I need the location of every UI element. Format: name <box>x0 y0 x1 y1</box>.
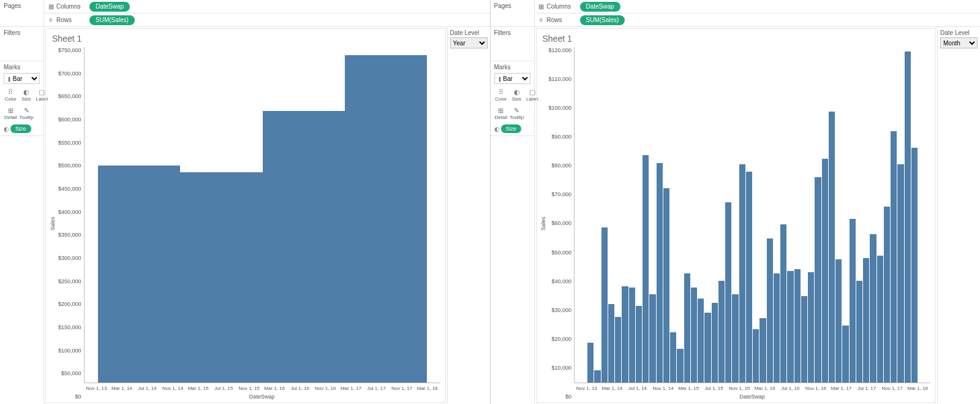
bar[interactable] <box>643 155 649 383</box>
plot-area[interactable] <box>574 47 930 383</box>
date-level-label: Date Level <box>450 29 488 36</box>
bar[interactable] <box>263 111 345 383</box>
mark-size-button[interactable]: ◐Size <box>18 86 34 104</box>
bar[interactable] <box>760 318 766 383</box>
bar[interactable] <box>753 329 759 383</box>
bar[interactable] <box>345 55 427 383</box>
columns-label: Columns <box>547 3 571 10</box>
bar[interactable] <box>835 259 842 383</box>
bar[interactable] <box>622 286 628 383</box>
marks-panel: Marks ⫿ Bar ⠿Color ◐Size ▢Label ⊞Detail … <box>491 61 534 136</box>
bar[interactable] <box>780 224 786 383</box>
bar[interactable] <box>891 131 897 383</box>
rows-label: Rows <box>547 17 562 23</box>
rows-shelf[interactable]: ≡Rows SUM(Sales) <box>535 13 981 27</box>
bar[interactable] <box>884 207 890 383</box>
bar[interactable] <box>829 112 835 383</box>
bar[interactable] <box>718 281 725 383</box>
bar[interactable] <box>746 172 752 383</box>
x-axis-label: DateSwap <box>84 391 440 400</box>
columns-pill-dateswap[interactable]: DateSwap <box>580 2 620 12</box>
columns-pill-dateswap[interactable]: DateSwap <box>89 2 130 12</box>
bar[interactable] <box>712 303 718 383</box>
y-axis: $750,000$700,000$650,000$600,000$550,000… <box>57 47 84 400</box>
rows-shelf[interactable]: ≡Rows SUM(Sales) <box>44 13 490 27</box>
bar[interactable] <box>98 166 180 383</box>
bar[interactable] <box>677 349 683 383</box>
color-icon: ⠿ <box>499 89 503 96</box>
pane-right: Pages ▦Columns DateSwap ≡Rows SUM(Sales)… <box>491 0 981 404</box>
mark-color-button[interactable]: ⠿Color <box>494 86 508 104</box>
bar[interactable] <box>698 299 704 383</box>
rows-icon: ≡ <box>48 17 54 23</box>
bar[interactable] <box>684 273 690 383</box>
bar[interactable] <box>877 256 883 383</box>
bar[interactable] <box>636 306 642 383</box>
marks-size-pill[interactable]: Size <box>10 124 31 133</box>
bar[interactable] <box>787 271 793 383</box>
bar[interactable] <box>774 273 780 383</box>
mark-color-button[interactable]: ⠿Color <box>4 86 17 104</box>
date-level-control: Date Level Year <box>447 27 490 404</box>
bar[interactable] <box>691 288 697 383</box>
bar[interactable] <box>180 172 262 383</box>
y-axis-label: Sales <box>48 47 57 400</box>
mark-tooltip-button[interactable]: ✎Tooltip <box>509 105 524 122</box>
bar[interactable] <box>794 269 801 383</box>
bar[interactable] <box>601 227 608 383</box>
bar[interactable] <box>801 296 807 383</box>
mark-tooltip-button[interactable]: ✎Tooltip <box>18 105 34 122</box>
bar[interactable] <box>732 294 738 383</box>
bar[interactable] <box>587 343 594 383</box>
bar[interactable] <box>842 326 848 383</box>
bar[interactable] <box>808 272 814 383</box>
plot-area[interactable] <box>84 47 440 383</box>
columns-shelf[interactable]: ▦Columns DateSwap <box>535 0 981 13</box>
bar[interactable] <box>725 202 731 383</box>
marks-type-select[interactable]: ⫿ Bar <box>4 73 40 84</box>
filters-panel[interactable]: Filters <box>0 27 43 61</box>
bar[interactable] <box>897 164 903 383</box>
mark-detail-button[interactable]: ⊞Detail <box>4 105 17 122</box>
bar[interactable] <box>663 188 669 383</box>
columns-shelf[interactable]: ▦Columns DateSwap <box>44 0 490 13</box>
marks-type-select[interactable]: ⫿ Bar <box>494 73 530 84</box>
rows-icon: ≡ <box>538 17 545 23</box>
bar[interactable] <box>649 294 655 383</box>
sheet-title: Sheet 1 <box>48 32 440 47</box>
rows-pill-sumsales[interactable]: SUM(Sales) <box>89 15 135 25</box>
bar[interactable] <box>822 159 828 383</box>
bar[interactable] <box>739 164 745 383</box>
pages-panel: Pages <box>491 0 535 27</box>
bar[interactable] <box>905 51 911 383</box>
sheet-title: Sheet 1 <box>539 32 931 47</box>
bar[interactable] <box>670 332 676 383</box>
x-axis: Nov 1, 13Mar 1, 14Jul 1, 14Nov 1, 14Mar … <box>574 383 930 391</box>
bar[interactable] <box>850 219 856 383</box>
date-level-select[interactable]: Year <box>450 37 488 48</box>
date-level-control: Date Level Month <box>937 27 980 404</box>
bar[interactable] <box>704 313 710 383</box>
bar[interactable] <box>594 370 600 383</box>
bar[interactable] <box>629 288 635 383</box>
bar[interactable] <box>911 148 918 383</box>
rows-pill-sumsales[interactable]: SUM(Sales) <box>580 15 625 25</box>
bar[interactable] <box>608 304 614 383</box>
bar[interactable] <box>856 281 862 383</box>
tooltip-icon: ✎ <box>24 107 29 114</box>
bar[interactable] <box>657 163 663 383</box>
mark-size-button[interactable]: ◐Size <box>509 86 524 104</box>
bar[interactable] <box>863 258 869 383</box>
bar[interactable] <box>615 317 621 383</box>
x-axis-label: DateSwap <box>574 391 930 400</box>
columns-icon: ▦ <box>538 3 545 10</box>
date-level-select[interactable]: Month <box>940 37 978 48</box>
mark-detail-button[interactable]: ⊞Detail <box>494 105 508 122</box>
bar[interactable] <box>870 234 876 383</box>
bar[interactable] <box>767 238 773 383</box>
marks-size-pill[interactable]: Size <box>501 124 522 133</box>
rows-label: Rows <box>56 17 72 23</box>
bar[interactable] <box>815 177 821 383</box>
size-icon: ◐ <box>23 89 29 96</box>
filters-panel[interactable]: Filters <box>491 27 534 61</box>
